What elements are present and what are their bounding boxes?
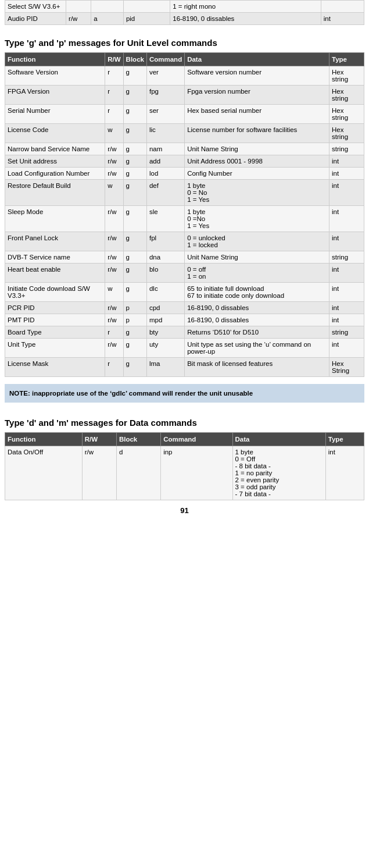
table-cell: Front Panel Lock — [5, 232, 105, 251]
table-cell: g — [123, 232, 146, 251]
table-cell: w — [105, 283, 123, 302]
table-row: License MaskrglmaBit mask of licensed fe… — [5, 358, 364, 377]
table-cell: g — [123, 251, 146, 264]
table-cell: string — [329, 251, 364, 264]
table-cell: g — [123, 143, 146, 155]
table-cell: mpd — [146, 314, 184, 326]
table-cell: Audio PID — [5, 13, 66, 25]
table-cell: Unit Type — [5, 339, 105, 358]
table-cell: g — [123, 358, 146, 377]
unit-section-heading: Type 'g' and 'p' messages for Unit Level… — [0, 30, 369, 52]
table-cell: dlc — [146, 283, 184, 302]
table-row: FPGA VersionrgfpgFpga version numberHex … — [5, 86, 364, 105]
table-cell: Heart beat enable — [5, 264, 105, 283]
note-box: NOTE: inappropriate use of the ‘gdlc’ co… — [5, 384, 364, 403]
column-header: Command — [146, 53, 184, 66]
column-header: R/W — [105, 53, 123, 66]
table-cell: a — [91, 13, 124, 25]
table-cell: Restore Default Build — [5, 180, 105, 206]
table-cell: int — [329, 339, 364, 358]
table-cell: 1 byte 0 = Off - 8 bit data - 1 = no par… — [232, 446, 325, 500]
column-header: Type — [325, 433, 364, 446]
table-cell: Software Version — [5, 66, 105, 86]
column-header: Data — [232, 433, 325, 446]
table-cell: g — [123, 339, 146, 358]
table-cell: p — [123, 314, 146, 326]
table-cell: Hex based serial number — [185, 105, 329, 124]
table-cell: d — [116, 446, 160, 500]
table-cell: bty — [146, 326, 184, 339]
table-row: PMT PIDr/wpmpd16-8190, 0 dissablesint — [5, 314, 364, 326]
table-cell: lic — [146, 124, 184, 143]
table-row: Board TypergbtyReturns ‘D510’ for D510st… — [5, 326, 364, 339]
table-row: Heart beat enabler/wgblo0 = off 1 = onin… — [5, 264, 364, 283]
table-cell: ver — [146, 66, 184, 86]
table-cell: int — [329, 314, 364, 326]
table-cell: ser — [146, 105, 184, 124]
table-cell: Serial Number — [5, 105, 105, 124]
table-cell: g — [123, 86, 146, 105]
column-header: Command — [161, 433, 232, 446]
table-cell — [66, 1, 91, 13]
table-cell: License number for software facilities — [185, 124, 329, 143]
table-cell: Returns ‘D510’ for D510 — [185, 326, 329, 339]
table-cell: License Code — [5, 124, 105, 143]
table-cell: r/w — [82, 446, 116, 500]
table-cell: int — [329, 180, 364, 206]
table-cell: Unit Address 0001 - 9998 — [185, 155, 329, 168]
table-cell: int — [329, 283, 364, 302]
table-cell: 65 to initiate full download 67 to initi… — [185, 283, 329, 302]
table-cell: fpg — [146, 86, 184, 105]
table-cell: uty — [146, 339, 184, 358]
table-cell: r — [105, 326, 123, 339]
table-cell: r/w — [105, 314, 123, 326]
unit-table-wrapper: FunctionR/WBlockCommandDataType Software… — [0, 52, 369, 377]
table-cell: Unit Name String — [185, 143, 329, 155]
table-cell: Hex string — [329, 86, 364, 105]
table-row: Select S/W V3.6+1 = right mono — [5, 1, 364, 13]
table-cell: r/w — [105, 251, 123, 264]
table-cell: Initiate Code download S/W V3.3+ — [5, 283, 105, 302]
table-cell: 1 = right mono — [170, 1, 321, 13]
table-cell: string — [329, 143, 364, 155]
table-cell: Load Configuration Number — [5, 168, 105, 180]
table-cell: sle — [146, 206, 184, 232]
table-cell: 0 = unlocked 1 = locked — [185, 232, 329, 251]
table-cell: PCR PID — [5, 302, 105, 314]
table-cell: 16-8190, 0 dissables — [185, 302, 329, 314]
table-cell: Fpga version number — [185, 86, 329, 105]
table-cell: Bit mask of licensed features — [185, 358, 329, 377]
table-cell: Unit Name String — [185, 251, 329, 264]
table-cell: r/w — [105, 339, 123, 358]
data-table-wrapper: FunctionR/WBlockCommandDataType Data On/… — [0, 432, 369, 500]
table-cell: fpl — [146, 232, 184, 251]
table-cell: lod — [146, 168, 184, 180]
column-header: Function — [5, 53, 105, 66]
table-cell: Board Type — [5, 326, 105, 339]
table-cell: dna — [146, 251, 184, 264]
table-cell — [321, 1, 364, 13]
table-cell: Narrow band Service Name — [5, 143, 105, 155]
table-cell: Software version number — [185, 66, 329, 86]
table-cell: g — [123, 66, 146, 86]
table-cell — [123, 1, 170, 13]
column-header: Type — [329, 53, 364, 66]
table-cell: r/w — [105, 264, 123, 283]
table-row: Software VersionrgverSoftware version nu… — [5, 66, 364, 86]
top-table: Select S/W V3.6+1 = right monoAudio PIDr… — [5, 0, 364, 25]
table-cell: int — [329, 168, 364, 180]
table-cell: r — [105, 358, 123, 377]
table-cell: def — [146, 180, 184, 206]
table-cell: Set Unit address — [5, 155, 105, 168]
table-cell: int — [329, 206, 364, 232]
table-cell: g — [123, 206, 146, 232]
table-cell: add — [146, 155, 184, 168]
table-row: License CodewglicLicense number for soft… — [5, 124, 364, 143]
table-cell: int — [329, 155, 364, 168]
data-table: FunctionR/WBlockCommandDataType Data On/… — [5, 432, 364, 500]
table-cell: 1 byte 0 =No 1 = Yes — [185, 206, 329, 232]
table-cell: nam — [146, 143, 184, 155]
table-cell: PMT PID — [5, 314, 105, 326]
table-row: Load Configuration Numberr/wglodConfig N… — [5, 168, 364, 180]
column-header: Data — [185, 53, 329, 66]
